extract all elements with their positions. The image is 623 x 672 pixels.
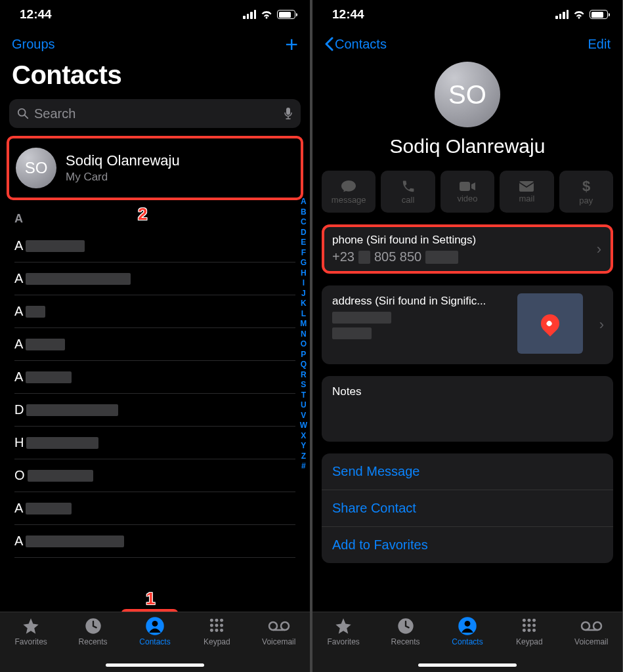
status-bar: 12:44	[0, 0, 310, 29]
list-item[interactable]: A	[14, 492, 295, 525]
list-item[interactable]: A	[14, 328, 295, 361]
add-contact-button[interactable]: +	[285, 33, 298, 55]
tab-favorites[interactable]: Favorites	[312, 616, 374, 672]
search-icon	[17, 108, 29, 119]
call-button[interactable]: call	[381, 171, 435, 213]
edit-button[interactable]: Edit	[588, 37, 611, 52]
redacted-text	[26, 371, 72, 383]
dollar-icon: $	[581, 178, 591, 194]
svg-point-26	[532, 619, 536, 622]
keypad-icon	[208, 616, 225, 636]
index-letter[interactable]: O	[301, 339, 307, 350]
svg-point-12	[210, 629, 213, 632]
clock-icon	[397, 616, 415, 636]
nav-bar: Contacts Edit	[312, 29, 622, 58]
contact-name: Sodiq Olanrewaju	[312, 135, 622, 158]
index-letter[interactable]: Y	[301, 441, 306, 452]
index-letter[interactable]: J	[301, 289, 306, 299]
dictate-icon[interactable]	[284, 107, 293, 120]
svg-rect-18	[460, 182, 470, 191]
index-letter[interactable]: U	[301, 400, 307, 411]
message-button[interactable]: message	[322, 171, 376, 213]
tab-voicemail[interactable]: Voicemail	[248, 616, 310, 672]
list-item[interactable]: A	[14, 230, 295, 262]
battery-icon	[590, 10, 608, 19]
home-indicator[interactable]	[418, 663, 517, 667]
index-letter[interactable]: D	[301, 228, 307, 238]
index-letter[interactable]: K	[301, 299, 307, 309]
index-letter[interactable]: A	[301, 197, 307, 207]
index-letter[interactable]: T	[301, 390, 306, 401]
groups-link[interactable]: Groups	[12, 37, 55, 52]
share-contact-row[interactable]: Share Contact	[322, 490, 613, 527]
star-icon	[334, 616, 353, 636]
list-item[interactable]: A	[14, 525, 295, 558]
svg-point-14	[220, 629, 223, 632]
index-letter[interactable]: B	[301, 207, 307, 218]
list-item[interactable]: H	[14, 427, 295, 459]
home-indicator[interactable]	[106, 663, 204, 667]
list-item[interactable]: O	[14, 459, 295, 492]
keypad-icon	[521, 616, 538, 636]
my-card-row[interactable]: SO Sodiq Olanrewaju My Card	[7, 136, 303, 200]
svg-point-10	[215, 623, 219, 627]
index-letter[interactable]: C	[301, 217, 307, 228]
index-letter[interactable]: W	[300, 421, 307, 431]
mail-button[interactable]: mail	[500, 171, 553, 213]
index-letter[interactable]: M	[300, 319, 307, 329]
tab-favorites[interactable]: Favorites	[0, 616, 62, 672]
svg-point-29	[532, 623, 536, 627]
redacted-text	[425, 251, 458, 264]
add-to-favorites-row[interactable]: Add to Favorites	[322, 527, 613, 563]
index-letter[interactable]: N	[301, 329, 307, 340]
chevron-right-icon: ›	[599, 316, 604, 333]
index-letter[interactable]: L	[301, 309, 306, 320]
index-letter[interactable]: F	[301, 248, 306, 259]
phone-label: phone (Siri found in Settings)	[332, 234, 603, 247]
search-field[interactable]	[9, 99, 301, 128]
index-letter[interactable]: X	[301, 431, 306, 442]
svg-rect-2	[286, 108, 290, 115]
action-row: message call video mail $ pay	[312, 171, 622, 213]
index-letter[interactable]: Z	[301, 452, 306, 462]
redacted-text	[26, 404, 118, 416]
pay-button[interactable]: $ pay	[559, 171, 613, 213]
svg-text:$: $	[582, 178, 590, 194]
tab-voicemail[interactable]: Voicemail	[561, 616, 622, 672]
status-right	[243, 10, 295, 19]
index-letter[interactable]: Q	[301, 360, 307, 370]
phone-field[interactable]: phone (Siri found in Settings) +23 805 8…	[322, 224, 613, 274]
search-input[interactable]	[34, 106, 278, 121]
list-item[interactable]: D	[14, 394, 295, 427]
svg-point-24	[523, 619, 526, 622]
redacted-text	[358, 251, 370, 264]
action-list: Send Message Share Contact Add to Favori…	[322, 453, 613, 563]
index-letter[interactable]: S	[301, 380, 306, 390]
index-letter[interactable]: I	[303, 278, 305, 289]
index-letter[interactable]: G	[301, 258, 307, 268]
svg-point-28	[528, 623, 531, 627]
wifi-icon	[260, 10, 273, 19]
list-item[interactable]: A	[14, 361, 295, 394]
index-letter[interactable]: #	[301, 461, 306, 472]
index-letter[interactable]: H	[301, 268, 307, 279]
back-button[interactable]: Contacts	[324, 37, 387, 52]
index-letter[interactable]: R	[301, 370, 307, 381]
my-card-name: Sodiq Olanrewaju	[66, 152, 180, 169]
nav-bar: Groups +	[0, 29, 310, 58]
index-letter[interactable]: E	[301, 238, 306, 248]
index-letter[interactable]: P	[301, 350, 306, 360]
redacted-text	[332, 327, 372, 339]
contacts-list-screen: 12:44 Groups + Contacts SO Sodiq Olanrew…	[0, 0, 310, 672]
contact-list: A A A A A D H O A A	[0, 230, 310, 558]
alphabet-index[interactable]: ABCDEFGHIJKLMNOPQRSTUVWXYZ#	[300, 197, 307, 472]
notes-field[interactable]: Notes	[322, 376, 613, 442]
address-field[interactable]: address (Siri found in Signific... ›	[322, 285, 613, 364]
send-message-row[interactable]: Send Message	[322, 453, 613, 490]
svg-point-32	[532, 629, 536, 632]
list-item[interactable]: A	[14, 295, 295, 328]
video-button[interactable]: video	[440, 171, 494, 213]
index-letter[interactable]: V	[301, 411, 306, 421]
svg-point-25	[528, 619, 531, 622]
list-item[interactable]: A	[14, 262, 295, 295]
